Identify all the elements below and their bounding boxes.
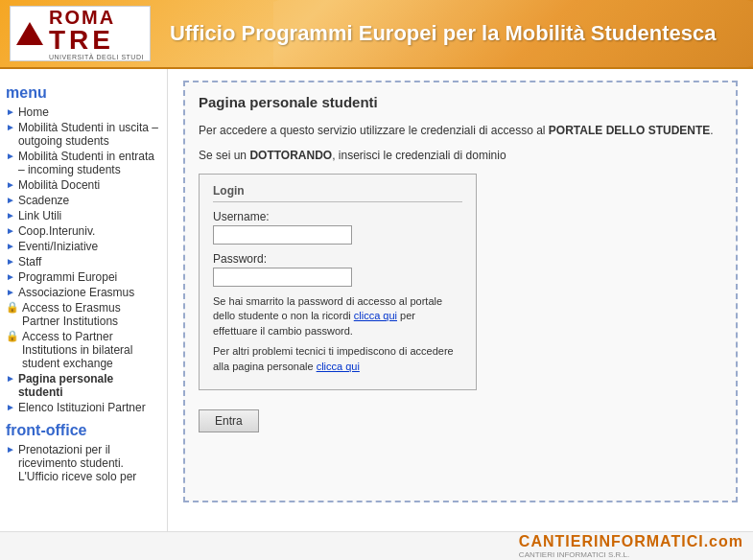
arrow-icon: ► [6, 195, 15, 205]
arrow-icon: ► [6, 287, 15, 297]
footer-sub-text: CANTIERI INFORMATICI S.R.L. [519, 550, 743, 559]
info-line2-before: Se sei un [199, 149, 249, 162]
arrow-icon: ► [6, 122, 15, 132]
sidebar-item-coop[interactable]: ► Coop.Interuniv. [6, 224, 161, 238]
sidebar-item-access-partner[interactable]: 🔒 Access to Partner Institutions in bila… [6, 330, 161, 370]
sidebar-item-docenti[interactable]: ► Mobilità Docenti [6, 178, 161, 192]
sidebar-label-link-utili: Link Utili [18, 209, 61, 222]
info-line2: Se sei un DOTTORANDO, inserisci le crede… [199, 147, 722, 164]
sidebar-item-pagina-personale[interactable]: ► Pagina personale studenti [6, 372, 161, 399]
info-line1-after: . [710, 124, 713, 137]
arrow-icon: ► [6, 256, 15, 267]
sidebar-item-elenco[interactable]: ► Elenco Istituzioni Partner [6, 401, 161, 414]
menu-section-title: menu [6, 84, 161, 102]
help-link-2[interactable]: clicca qui [317, 361, 360, 372]
sidebar-item-home[interactable]: ► Home [6, 105, 161, 119]
page-title: Pagina personale studenti [199, 94, 722, 110]
logo-text: ROMA TRE UNIVERSITÀ DEGLI STUDI [49, 8, 144, 60]
username-group: Username: [213, 210, 462, 245]
password-input[interactable] [213, 268, 352, 287]
sidebar-label-elenco: Elenco Istituzioni Partner [18, 401, 146, 414]
sidebar-item-outgoing[interactable]: ► Mobilità Studenti in uscita – outgoing… [6, 121, 161, 148]
info-line1-before: Per accedere a questo servizio utilizzar… [199, 124, 549, 137]
main-layout: menu ► Home ► Mobilità Studenti in uscit… [0, 69, 753, 531]
username-input[interactable] [213, 225, 352, 245]
sidebar-label-prenotazioni: Prenotazioni per il ricevimento studenti… [18, 443, 161, 483]
header: ROMA TRE UNIVERSITÀ DEGLI STUDI Ufficio … [0, 0, 753, 69]
arrow-icon: ► [6, 210, 15, 221]
portale-dello-studente-label: PORTALE DELLO STUDENTE [549, 124, 710, 137]
help-text-1: Se hai smarrito la password di accesso a… [213, 294, 462, 338]
password-label: Password: [213, 252, 462, 266]
arrow-icon: ► [6, 402, 15, 412]
sidebar-label-docenti: Mobilità Docenti [18, 178, 100, 192]
sidebar-item-access-erasmus[interactable]: 🔒 Access to Erasmus Partner Institutions [6, 301, 161, 328]
sidebar: menu ► Home ► Mobilità Studenti in uscit… [0, 69, 168, 531]
footer-logo-com: .com [704, 533, 743, 549]
password-group: Password: [213, 252, 462, 287]
sidebar-label-eventi: Eventi/Iniziative [18, 240, 98, 253]
logo-uni: UNIVERSITÀ DEGLI STUDI [49, 54, 144, 60]
login-box-title: Login [213, 184, 462, 202]
sidebar-label-access-erasmus: Access to Erasmus Partner Institutions [22, 301, 161, 328]
sidebar-item-eventi[interactable]: ► Eventi/Iniziative [6, 240, 161, 253]
sidebar-item-prenotazioni[interactable]: ► Prenotazioni per il ricevimento studen… [6, 443, 161, 483]
footer-logo: CANTIERINFORMATICI.com CANTIERI INFORMAT… [519, 533, 743, 559]
help-text-2: Per altri problemi tecnici ti impediscon… [213, 344, 462, 374]
arrow-icon: ► [6, 241, 15, 251]
arrow-icon: ► [6, 373, 15, 384]
sidebar-item-programmi[interactable]: ► Programmi Europei [6, 270, 161, 284]
content-box: Pagina personale studenti Per accedere a… [183, 81, 738, 502]
sidebar-label-incoming: Mobilità Studenti in entrata – incoming … [18, 150, 161, 176]
sidebar-label-outgoing: Mobilità Studenti in uscita – outgoing s… [18, 121, 161, 148]
arrow-icon: ► [6, 225, 15, 236]
sidebar-item-incoming[interactable]: ► Mobilità Studenti in entrata – incomin… [6, 150, 161, 176]
sidebar-label-pagina-personale: Pagina personale studenti [18, 372, 161, 399]
arrow-icon: ► [6, 444, 15, 455]
sidebar-item-link-utili[interactable]: ► Link Utili [6, 209, 161, 222]
arrow-icon: ► [6, 151, 15, 161]
sidebar-label-access-partner: Access to Partner Institutions in bilate… [22, 330, 161, 370]
sidebar-label-coop: Coop.Interuniv. [18, 224, 96, 238]
username-label: Username: [213, 210, 462, 223]
content-area: Pagina personale studenti Per accedere a… [168, 69, 753, 531]
sidebar-label-staff: Staff [18, 255, 41, 268]
arrow-icon: ► [6, 179, 15, 190]
help-link-1[interactable]: clicca qui [354, 310, 397, 321]
sidebar-label-scadenze: Scadenze [18, 194, 69, 207]
sidebar-item-staff[interactable]: ► Staff [6, 255, 161, 268]
lock-icon: 🔒 [6, 330, 19, 342]
sidebar-label-home: Home [18, 105, 49, 119]
dottorando-label: DOTTORANDO [249, 149, 332, 162]
logo-triangle-icon [16, 22, 43, 45]
sidebar-item-scadenze[interactable]: ► Scadenze [6, 194, 161, 207]
lock-icon: 🔒 [6, 301, 19, 314]
info-line2-after: , inserisci le credenziali di dominio [332, 149, 506, 162]
logo-area: ROMA TRE UNIVERSITÀ DEGLI STUDI [10, 6, 151, 61]
sidebar-label-associazione: Associazione Erasmus [18, 286, 134, 299]
arrow-icon: ► [6, 271, 15, 282]
footer-logo-text: CANTIERINFORMATICI.com [519, 534, 743, 549]
footer-logo-name: CANTIERINFORMATICI [519, 533, 704, 549]
logo-tre: TRE [49, 27, 114, 54]
front-office-section-title: front-office [6, 422, 161, 439]
arrow-icon: ► [6, 106, 15, 117]
sidebar-label-programmi: Programmi Europei [18, 270, 117, 284]
entra-button[interactable]: Entra [199, 409, 259, 432]
login-box: Login Username: Password: Se hai smarrit… [199, 174, 477, 390]
logo-roma: ROMA [49, 8, 115, 27]
info-line1: Per accedere a questo servizio utilizzar… [199, 122, 722, 139]
sidebar-item-associazione[interactable]: ► Associazione Erasmus [6, 286, 161, 299]
header-title: Ufficio Programmi Europei per la Mobilit… [160, 21, 717, 46]
footer: CANTIERINFORMATICI.com CANTIERI INFORMAT… [0, 531, 753, 560]
